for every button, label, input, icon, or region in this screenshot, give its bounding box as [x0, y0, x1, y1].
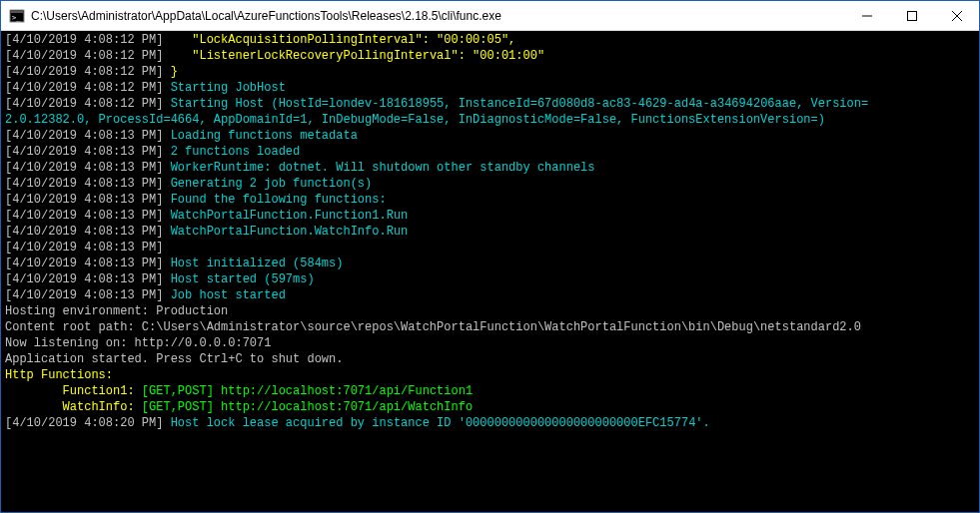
timestamp: [4/10/2019 4:08:13 PM]	[5, 129, 171, 143]
log-text: Http Functions:	[5, 368, 113, 382]
console-output[interactable]: [4/10/2019 4:08:12 PM] "LockAcquisitionP…	[1, 31, 979, 512]
timestamp: [4/10/2019 4:08:13 PM]	[5, 177, 171, 191]
timestamp: [4/10/2019 4:08:12 PM]	[5, 65, 171, 79]
log-text: WatchPortalFunction.Function1.Run	[171, 209, 409, 223]
app-window: >_ C:\Users\Administrator\AppData\Local\…	[0, 0, 980, 513]
log-text: Host initialized (584ms)	[171, 256, 344, 270]
log-text: 2.0.12382.0, ProcessId=4664, AppDomainId…	[5, 113, 825, 127]
log-text: Hosting environment: Production	[5, 304, 228, 318]
timestamp: [4/10/2019 4:08:13 PM]	[5, 225, 171, 239]
svg-rect-1	[11, 11, 23, 13]
timestamp: [4/10/2019 4:08:12 PM]	[5, 49, 171, 63]
timestamp: [4/10/2019 4:08:13 PM]	[5, 272, 171, 286]
console-line: [4/10/2019 4:08:12 PM] Starting Host (Ho…	[5, 96, 979, 112]
log-text: Loading functions metadata	[171, 129, 358, 143]
console-line: Content root path: C:\Users\Administrato…	[5, 319, 979, 335]
close-icon	[952, 11, 962, 21]
console-line: [4/10/2019 4:08:13 PM] WatchPortalFuncti…	[5, 208, 979, 224]
titlebar[interactable]: >_ C:\Users\Administrator\AppData\Local\…	[1, 1, 979, 31]
timestamp: [4/10/2019 4:08:13 PM]	[5, 193, 171, 207]
console-line: [4/10/2019 4:08:13 PM] Host started (597…	[5, 271, 979, 287]
console-line: [4/10/2019 4:08:12 PM] "ListenerLockReco…	[5, 48, 979, 64]
timestamp: [4/10/2019 4:08:13 PM]	[5, 161, 171, 175]
console-line: Function1: [GET,POST] http://localhost:7…	[5, 383, 979, 399]
console-line: 2.0.12382.0, ProcessId=4664, AppDomainId…	[5, 112, 979, 128]
timestamp: [4/10/2019 4:08:13 PM]	[5, 241, 171, 255]
log-text: "ListenerLockRecoveryPollingInterval": "…	[171, 49, 544, 63]
window-title: C:\Users\Administrator\AppData\Local\Azu…	[31, 9, 844, 23]
console-line: [4/10/2019 4:08:13 PM] Generating 2 job …	[5, 176, 979, 192]
console-line: WatchInfo: [GET,POST] http://localhost:7…	[5, 399, 979, 415]
timestamp: [4/10/2019 4:08:12 PM]	[5, 81, 171, 95]
log-text: [GET,POST] http://localhost:7071/api/Fun…	[142, 384, 473, 398]
log-text: Starting Host (HostId=londev-181618955, …	[171, 97, 869, 111]
log-text: Now listening on: http://0.0.0.0:7071	[5, 336, 271, 350]
console-line: [4/10/2019 4:08:13 PM] Found the followi…	[5, 192, 979, 208]
log-text: WorkerRuntime: dotnet. Will shutdown oth…	[171, 161, 595, 175]
minimize-icon	[862, 11, 872, 21]
console-line: [4/10/2019 4:08:20 PM] Host lock lease a…	[5, 415, 979, 431]
timestamp: [4/10/2019 4:08:13 PM]	[5, 145, 171, 159]
close-button[interactable]	[934, 1, 979, 30]
svg-rect-4	[907, 11, 916, 20]
log-text: Host lock lease acquired by instance ID …	[171, 416, 710, 430]
console-line: [4/10/2019 4:08:13 PM]	[5, 240, 979, 256]
log-text: 2 functions loaded	[171, 145, 301, 159]
log-text: WatchPortalFunction.WatchInfo.Run	[171, 225, 409, 239]
timestamp: [4/10/2019 4:08:13 PM]	[5, 209, 171, 223]
app-icon: >_	[9, 8, 25, 24]
console-line: Now listening on: http://0.0.0.0:7071	[5, 335, 979, 351]
console-line: [4/10/2019 4:08:13 PM] Job host started	[5, 287, 979, 303]
console-line: [4/10/2019 4:08:12 PM] }	[5, 64, 979, 80]
log-text: Job host started	[171, 288, 286, 302]
maximize-button[interactable]	[889, 1, 934, 30]
timestamp: [4/10/2019 4:08:12 PM]	[5, 97, 171, 111]
console-line: Hosting environment: Production	[5, 303, 979, 319]
minimize-button[interactable]	[844, 1, 889, 30]
log-text: Host started (597ms)	[171, 272, 315, 286]
log-text: WatchInfo:	[5, 400, 142, 414]
console-line: [4/10/2019 4:08:12 PM] "LockAcquisitionP…	[5, 32, 979, 48]
log-text: [GET,POST] http://localhost:7071/api/Wat…	[142, 400, 473, 414]
console-line: [4/10/2019 4:08:13 PM] WorkerRuntime: do…	[5, 160, 979, 176]
timestamp: [4/10/2019 4:08:20 PM]	[5, 416, 171, 430]
maximize-icon	[907, 11, 917, 21]
log-text: }	[171, 65, 178, 79]
timestamp: [4/10/2019 4:08:13 PM]	[5, 256, 171, 270]
log-text: "LockAcquisitionPollingInterval": "00:00…	[171, 33, 516, 47]
console-line: [4/10/2019 4:08:13 PM] Host initialized …	[5, 256, 979, 271]
timestamp: [4/10/2019 4:08:13 PM]	[5, 288, 171, 302]
console-line: [4/10/2019 4:08:13 PM] Loading functions…	[5, 128, 979, 144]
log-text: Content root path: C:\Users\Administrato…	[5, 320, 861, 334]
log-text: Found the following functions:	[171, 193, 387, 207]
log-text: Function1:	[5, 384, 142, 398]
log-text: Application started. Press Ctrl+C to shu…	[5, 352, 343, 366]
log-text: Generating 2 job function(s)	[171, 177, 373, 191]
window-controls	[844, 1, 979, 30]
console-line: Application started. Press Ctrl+C to shu…	[5, 351, 979, 367]
console-line: [4/10/2019 4:08:13 PM] 2 functions loade…	[5, 144, 979, 160]
log-text: Starting JobHost	[171, 81, 286, 95]
console-line: Http Functions:	[5, 367, 979, 383]
console-line: [4/10/2019 4:08:13 PM] WatchPortalFuncti…	[5, 224, 979, 240]
console-line: [4/10/2019 4:08:12 PM] Starting JobHost	[5, 80, 979, 96]
svg-text:>_: >_	[12, 14, 21, 22]
timestamp: [4/10/2019 4:08:12 PM]	[5, 33, 171, 47]
